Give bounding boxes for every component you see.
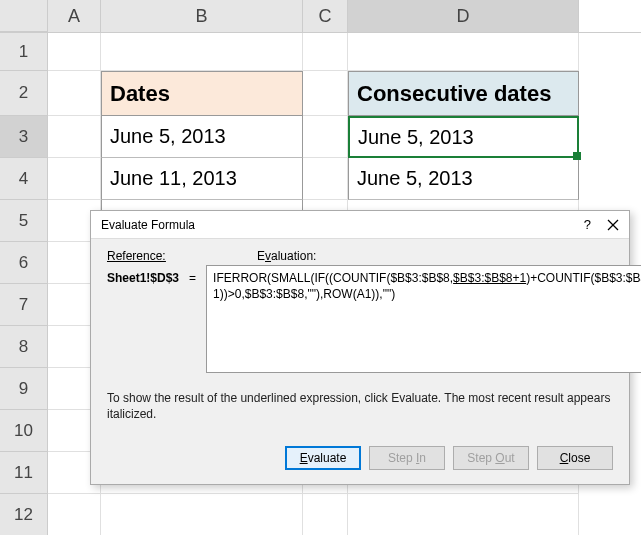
cell-A3[interactable] [48,116,101,158]
evaluate-button[interactable]: Evaluate [285,446,361,470]
cell-A12[interactable] [48,494,101,535]
row-header-5[interactable]: 5 [0,200,48,242]
evaluation-label: Evaluation: [257,249,316,263]
row-header-7[interactable]: 7 [0,284,48,326]
cell-D3-selected[interactable]: June 5, 2013 [348,116,579,158]
cell-D4[interactable]: June 5, 2013 [348,158,579,200]
close-icon[interactable] [607,219,619,231]
column-header-A[interactable]: A [48,0,101,32]
cell-D2[interactable]: Consecutive dates [348,71,579,116]
cell-D3-value: June 5, 2013 [358,126,474,149]
cell-C3[interactable] [303,116,348,158]
row-header-4[interactable]: 4 [0,158,48,200]
cell-B1[interactable] [101,33,303,71]
row-header-10[interactable]: 10 [0,410,48,452]
column-header-B[interactable]: B [101,0,303,32]
reference-value: Sheet1!$D$3 [107,265,179,285]
reference-label: Reference: [107,249,257,263]
cell-C12[interactable] [303,494,348,535]
row-header-11[interactable]: 11 [0,452,48,494]
cell-B3[interactable]: June 5, 2013 [101,116,303,158]
row-header-6[interactable]: 6 [0,242,48,284]
cell-C1[interactable] [303,33,348,71]
column-headers: A B C D [0,0,641,33]
row-header-3[interactable]: 3 [0,116,48,158]
cell-D12[interactable] [348,494,579,535]
equals-sign: = [189,265,196,285]
fill-handle[interactable] [573,152,581,160]
step-out-button: Step Out [453,446,529,470]
cell-C4[interactable] [303,158,348,200]
evaluate-formula-dialog: Evaluate Formula ? Reference: Evaluation… [90,210,630,485]
column-header-C[interactable]: C [303,0,348,32]
select-all-corner[interactable] [0,0,48,32]
row-header-12[interactable]: 12 [0,494,48,535]
formula-text-pre: IFERROR(SMALL(IF((COUNTIF($B$3:$B$8, [213,271,453,285]
row-header-8[interactable]: 8 [0,326,48,368]
row-header-2[interactable]: 2 [0,71,48,116]
dialog-title-text: Evaluate Formula [101,218,195,232]
cell-D1[interactable] [348,33,579,71]
cell-A2[interactable] [48,71,101,116]
dialog-hint-text: To show the result of the underlined exp… [107,391,613,422]
row-header-1[interactable]: 1 [0,33,48,71]
cell-B12[interactable] [101,494,303,535]
cell-B4[interactable]: June 11, 2013 [101,158,303,200]
evaluation-box[interactable]: IFERROR(SMALL(IF((COUNTIF($B$3:$B$8,$B$3… [206,265,641,373]
cell-C2[interactable] [303,71,348,116]
step-in-button: Step In [369,446,445,470]
row-header-9[interactable]: 9 [0,368,48,410]
cell-A1[interactable] [48,33,101,71]
close-button[interactable]: Close [537,446,613,470]
column-header-D[interactable]: D [348,0,579,32]
cell-B2[interactable]: Dates [101,71,303,116]
formula-text-underlined: $B$3:$B$8+1 [453,271,526,285]
cell-A4[interactable] [48,158,101,200]
help-button[interactable]: ? [584,217,591,232]
dialog-titlebar[interactable]: Evaluate Formula ? [91,211,629,239]
